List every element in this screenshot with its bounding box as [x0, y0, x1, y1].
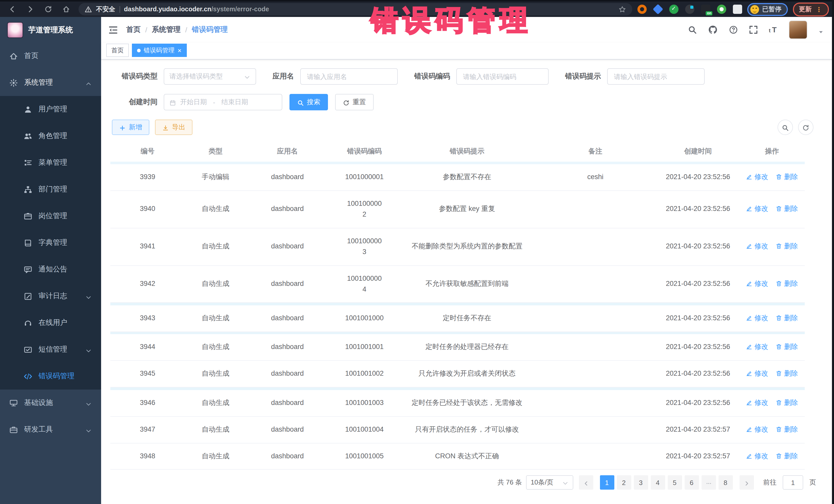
- refresh-table-button[interactable]: [798, 119, 813, 135]
- puzzle-extension-icon[interactable]: [733, 5, 742, 14]
- back-icon[interactable]: [8, 5, 17, 13]
- edit-button[interactable]: 修改: [746, 314, 768, 322]
- sidebar-item-字典管理[interactable]: 字典管理: [0, 229, 101, 256]
- chevron-down-icon[interactable]: [818, 27, 824, 32]
- edit-button[interactable]: 修改: [746, 242, 768, 250]
- delete-button[interactable]: 删除: [775, 173, 798, 181]
- sidebar-item-部门管理[interactable]: 部门管理: [0, 176, 101, 203]
- edit-button[interactable]: 修改: [746, 205, 768, 213]
- delete-button[interactable]: 删除: [775, 314, 798, 322]
- tab-home[interactable]: 首页: [106, 44, 129, 57]
- errorcode-type-select[interactable]: 请选择错误码类型: [164, 68, 256, 85]
- next-page-button[interactable]: [739, 475, 754, 490]
- errorcode-hint-input[interactable]: [613, 72, 699, 81]
- sidebar-item-审计日志[interactable]: 审计日志: [0, 283, 101, 309]
- page-button-4[interactable]: 4: [651, 475, 665, 490]
- delete-button[interactable]: 删除: [775, 242, 798, 250]
- delete-button[interactable]: 删除: [775, 452, 798, 460]
- toggle-search-button[interactable]: [777, 119, 793, 135]
- add-button[interactable]: 新增: [112, 119, 149, 135]
- cell-actions: 修改 删除: [739, 191, 805, 228]
- delete-button[interactable]: 删除: [775, 280, 798, 287]
- sidebar-item-在线用户[interactable]: 在线用户: [0, 309, 101, 336]
- sidebar-item-岗位管理[interactable]: 岗位管理: [0, 203, 101, 229]
- sidebar-item-角色管理[interactable]: 角色管理: [0, 123, 101, 149]
- tab-error-code[interactable]: 错误码管理 ×: [132, 44, 186, 57]
- sidebar-item-基础设施[interactable]: 基础设施: [0, 390, 101, 416]
- browser-update-button[interactable]: 更新 ⋮: [793, 2, 829, 16]
- home-icon[interactable]: [62, 5, 70, 13]
- delete-button[interactable]: 删除: [775, 370, 798, 377]
- page-button-1[interactable]: 1: [600, 475, 614, 490]
- font-size-icon[interactable]: tT: [769, 25, 778, 35]
- app-name-input[interactable]: [306, 72, 392, 81]
- orange-ring-extension-icon[interactable]: [637, 5, 647, 14]
- more-pages-icon[interactable]: [701, 475, 716, 490]
- delete-button[interactable]: 删除: [775, 425, 798, 433]
- table-row[interactable]: 3941自动生成dashboard100100000 3不能删除类型为系统内置的…: [110, 228, 805, 266]
- goto-page-input[interactable]: [783, 475, 803, 490]
- search-icon[interactable]: [688, 25, 697, 35]
- delete-button[interactable]: 删除: [775, 398, 798, 406]
- on-badge-extension-icon[interactable]: on: [701, 5, 710, 14]
- app-logo-row[interactable]: 芋道管理系统: [0, 17, 101, 43]
- window-scrollbar[interactable]: [832, 0, 834, 504]
- table-row[interactable]: 3940自动生成dashboard100100000 2参数配置 key 重复2…: [110, 191, 805, 228]
- sidebar-item-短信管理[interactable]: 短信管理: [0, 336, 101, 363]
- page-button-3[interactable]: 3: [634, 475, 648, 490]
- sidebar-item-首页[interactable]: 首页: [0, 43, 101, 69]
- page-size-select[interactable]: 10条/页: [526, 475, 573, 490]
- search-button[interactable]: 搜索: [289, 94, 328, 110]
- sidebar-collapse-icon[interactable]: [108, 25, 118, 35]
- edit-button[interactable]: 修改: [746, 370, 768, 377]
- edit-button[interactable]: 修改: [746, 280, 768, 287]
- table-row[interactable]: 3944自动生成dashboard1001001001定时任务的处理器已经存在2…: [110, 334, 805, 361]
- create-time-range-picker[interactable]: 开始日期 - 结束日期: [164, 94, 282, 110]
- sidebar-item-通知公告[interactable]: 通知公告: [0, 256, 101, 283]
- page-button-2[interactable]: 2: [617, 475, 631, 490]
- edit-button[interactable]: 修改: [746, 398, 768, 406]
- user-avatar[interactable]: [789, 21, 807, 39]
- table-row[interactable]: 3945自动生成dashboard1001001002只允许修改为开启或者关闭状…: [110, 361, 805, 388]
- breadcrumb-home[interactable]: 首页: [126, 25, 140, 35]
- edit-button[interactable]: 修改: [746, 173, 768, 181]
- sidebar-item-菜单管理[interactable]: 菜单管理: [0, 149, 101, 176]
- bookmark-star-icon[interactable]: [618, 5, 626, 13]
- reset-button[interactable]: 重置: [335, 94, 374, 110]
- table-row[interactable]: 3943自动生成dashboard1001001000定时任务不存在2021-0…: [110, 305, 805, 332]
- green-key-extension-icon[interactable]: [717, 5, 726, 14]
- errorcode-code-input[interactable]: [462, 72, 543, 81]
- prev-page-button[interactable]: [579, 475, 593, 490]
- tab-close-icon[interactable]: ×: [178, 47, 181, 53]
- address-bar[interactable]: 不安全 dashboard.yudao.iocoder.cn/system/er…: [79, 3, 632, 15]
- export-button[interactable]: 导出: [155, 119, 193, 135]
- sidebar-item-系统管理[interactable]: 系统管理: [0, 69, 101, 96]
- sidebar-item-用户管理[interactable]: 用户管理: [0, 96, 101, 123]
- edit-button[interactable]: 修改: [746, 452, 768, 460]
- page-button-8[interactable]: 8: [718, 475, 733, 490]
- page-button-5[interactable]: 5: [667, 475, 682, 490]
- fullscreen-icon[interactable]: [749, 25, 758, 35]
- page-button-6[interactable]: 6: [684, 475, 699, 490]
- delete-button[interactable]: 删除: [775, 205, 798, 213]
- paused-extension-badge[interactable]: 已暂停: [747, 3, 788, 16]
- table-row[interactable]: 3948自动生成dashboard1001001005CRON 表达式不正确20…: [110, 443, 805, 469]
- table-row[interactable]: 3947自动生成dashboard1001001004只有开启状态的任务，才可以…: [110, 416, 805, 443]
- blue-gem-extension-icon[interactable]: [653, 4, 663, 15]
- table-row[interactable]: 3942自动生成dashboard100100000 4不允许获取敏感配置到前端…: [110, 265, 805, 303]
- table-row[interactable]: 3946自动生成dashboard1001001003定时任务已经处于该状态，无…: [110, 390, 805, 416]
- delete-button[interactable]: 删除: [775, 343, 798, 351]
- browser-menu-icon[interactable]: ⋮: [816, 5, 823, 13]
- edit-button[interactable]: 修改: [746, 343, 768, 351]
- edit-button[interactable]: 修改: [746, 425, 768, 433]
- reload-icon[interactable]: [44, 5, 52, 13]
- forward-icon[interactable]: [26, 5, 35, 13]
- grid-extension-icon[interactable]: [685, 5, 695, 14]
- sidebar-item-研发工具[interactable]: 研发工具: [0, 416, 101, 443]
- help-icon[interactable]: [729, 25, 738, 35]
- breadcrumb-system[interactable]: 系统管理: [152, 25, 181, 35]
- github-icon[interactable]: [708, 25, 718, 35]
- table-row[interactable]: 3939手动编辑dashboard1001000001参数配置不存在ceshi2…: [110, 164, 805, 191]
- sidebar-item-错误码管理[interactable]: 错误码管理: [0, 363, 101, 390]
- green-check-extension-icon[interactable]: [669, 5, 679, 14]
